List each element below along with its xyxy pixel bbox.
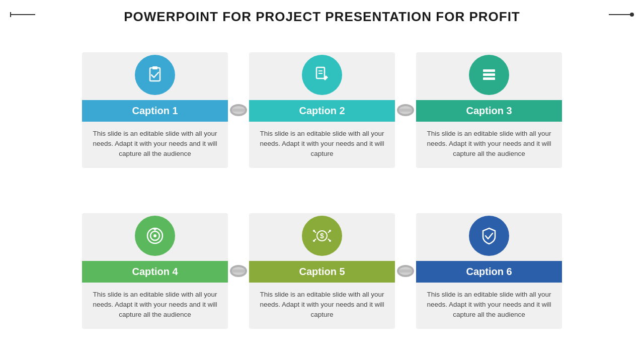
caption-bar-3: Caption 3 — [416, 100, 562, 122]
card-5: $ Caption 5 This slide is an editable sl — [249, 213, 395, 329]
target-icon — [145, 226, 165, 246]
caption-label-2: Caption 2 — [299, 105, 345, 116]
svg-point-27 — [313, 230, 315, 232]
connector-4-5 — [228, 261, 249, 281]
caption-label-6: Caption 6 — [466, 266, 512, 277]
card-body-1: This slide is an editable slide with all… — [82, 122, 228, 168]
connector-5-6 — [395, 261, 416, 281]
title-area: POWERPOINT FOR PROJECT PRESENTATION FOR … — [0, 0, 644, 30]
svg-rect-10 — [399, 109, 412, 112]
shield-check-icon — [479, 226, 499, 246]
cards-container: Caption 1 This slide is an editable slid… — [0, 30, 644, 351]
icon-bubble-1 — [135, 55, 175, 95]
caption-label-5: Caption 5 — [299, 266, 345, 277]
caption-bar-1: Caption 1 — [82, 100, 228, 122]
card-body-2: This slide is an editable slide with all… — [249, 122, 395, 168]
svg-rect-20 — [232, 269, 245, 273]
cards-row-2: Caption 4 This slide is an editable slid… — [28, 208, 616, 334]
icon-bubble-6 — [469, 216, 509, 256]
connector-2-3 — [395, 101, 416, 120]
card-1: Caption 1 This slide is an editable slid… — [82, 52, 228, 168]
clipboard-check-icon — [145, 65, 165, 85]
svg-point-28 — [329, 230, 331, 232]
caption-label-1: Caption 1 — [132, 105, 178, 116]
card-2: Caption 2 This slide is an editable slid… — [249, 52, 395, 168]
svg-rect-13 — [483, 77, 495, 80]
svg-point-16 — [153, 234, 156, 237]
caption-label-4: Caption 4 — [132, 266, 178, 277]
card-4: Caption 4 This slide is an editable slid… — [82, 213, 228, 329]
svg-point-29 — [313, 240, 315, 242]
card-6: Caption 6 This slide is an editable slid… — [416, 213, 562, 329]
main-title: POWERPOINT FOR PROJECT PRESENTATION FOR … — [30, 9, 614, 25]
dollar-bug-icon: $ — [312, 226, 332, 246]
svg-rect-33 — [399, 269, 412, 273]
svg-rect-4 — [232, 109, 245, 112]
icon-bubble-2 — [302, 55, 342, 95]
card-body-5: This slide is an editable slide with all… — [249, 283, 395, 329]
connector-icon-1 — [229, 101, 248, 120]
title-decoration-right — [609, 14, 634, 15]
icon-bubble-4 — [135, 216, 175, 256]
slide: POWERPOINT FOR PROJECT PRESENTATION FOR … — [0, 0, 644, 362]
caption-bar-4: Caption 4 — [82, 261, 228, 283]
connector-icon-4 — [396, 261, 415, 281]
caption-bar-2: Caption 2 — [249, 100, 395, 122]
svg-point-30 — [329, 240, 331, 242]
svg-text:$: $ — [320, 232, 324, 240]
connector-1-2 — [228, 101, 249, 120]
svg-rect-11 — [483, 69, 495, 72]
icon-bubble-3 — [469, 55, 509, 95]
svg-rect-12 — [483, 73, 495, 76]
document-edit-icon — [312, 65, 332, 85]
card-body-4: This slide is an editable slide with all… — [82, 283, 228, 329]
connector-icon-2 — [396, 101, 415, 120]
cards-row-1: Caption 1 This slide is an editable slid… — [28, 47, 616, 173]
list-icon — [479, 65, 499, 85]
title-decoration-left — [10, 14, 35, 15]
svg-rect-1 — [152, 66, 157, 69]
icon-bubble-5: $ — [302, 216, 342, 256]
card-body-6: This slide is an editable slide with all… — [416, 283, 562, 329]
caption-label-3: Caption 3 — [466, 105, 512, 116]
caption-bar-6: Caption 6 — [416, 261, 562, 283]
card-body-3: This slide is an editable slide with all… — [416, 122, 562, 168]
connector-icon-3 — [229, 261, 248, 281]
caption-bar-5: Caption 5 — [249, 261, 395, 283]
card-3: Caption 3 This slide is an editable slid… — [416, 52, 562, 168]
